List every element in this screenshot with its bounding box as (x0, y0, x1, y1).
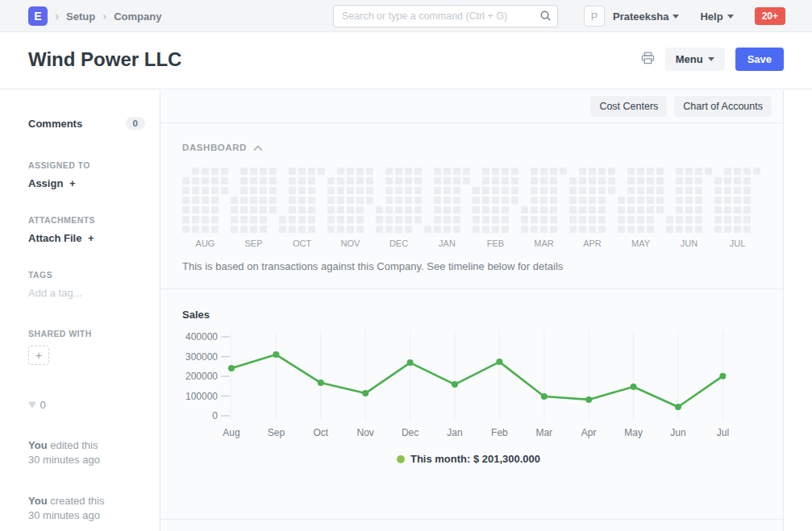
heatmap-day-cell[interactable] (443, 187, 451, 194)
heatmap-day-cell[interactable] (395, 168, 402, 175)
heatmap-day-cell[interactable] (385, 177, 393, 185)
heatmap-day-cell[interactable] (414, 206, 422, 214)
heatmap-day-cell[interactable] (279, 226, 286, 233)
heatmap-day-cell[interactable] (511, 187, 518, 194)
heatmap-day-cell[interactable] (743, 168, 751, 175)
heatmap-day-cell[interactable] (405, 197, 412, 204)
heatmap-day-cell[interactable] (734, 177, 741, 185)
heatmap-day-cell[interactable] (511, 168, 518, 175)
heatmap-day-cell[interactable] (250, 187, 257, 194)
heatmap-day-cell[interactable] (376, 216, 383, 223)
heatmap-day-cell[interactable] (337, 206, 344, 214)
heatmap-day-cell[interactable] (656, 177, 664, 185)
heatmap-day-cell[interactable] (656, 187, 664, 194)
heatmap-day-cell[interactable] (202, 168, 209, 175)
heatmap-day-cell[interactable] (656, 197, 664, 204)
heatmap-day-cell[interactable] (531, 216, 538, 223)
heatmap-day-cell[interactable] (579, 216, 586, 223)
heatmap-day-cell[interactable] (434, 206, 441, 214)
heatmap-day-cell[interactable] (569, 177, 577, 185)
heatmap-day-cell[interactable] (240, 226, 248, 233)
heatmap-day-cell[interactable] (298, 216, 306, 223)
heatmap-day-cell[interactable] (734, 197, 741, 204)
heatmap-day-cell[interactable] (289, 187, 296, 194)
heatmap-day-cell[interactable] (202, 177, 209, 185)
heatmap-day-cell[interactable] (637, 206, 644, 214)
heatmap-day-cell[interactable] (724, 197, 731, 204)
heatmap-day-cell[interactable] (395, 177, 402, 185)
heatmap-day-cell[interactable] (231, 226, 238, 233)
heatmap-day-cell[interactable] (385, 226, 393, 233)
heatmap-day-cell[interactable] (443, 168, 451, 175)
heatmap-day-cell[interactable] (434, 216, 441, 223)
heatmap-day-cell[interactable] (589, 216, 596, 223)
heatmap-day-cell[interactable] (327, 226, 335, 233)
heatmap-day-cell[interactable] (521, 216, 528, 223)
heatmap-day-cell[interactable] (453, 187, 460, 194)
heatmap-day-cell[interactable] (385, 216, 393, 223)
heatmap-day-cell[interactable] (279, 216, 286, 223)
heatmap-day-cell[interactable] (211, 216, 219, 223)
heatmap-day-cell[interactable] (569, 187, 577, 194)
heatmap-day-cell[interactable] (579, 187, 586, 194)
heatmap-day-cell[interactable] (627, 177, 635, 185)
heatmap-day-cell[interactable] (666, 226, 673, 233)
heatmap-day-cell[interactable] (192, 177, 199, 185)
heatmap-month-block[interactable] (714, 168, 760, 233)
heatmap-day-cell[interactable] (714, 216, 722, 223)
heatmap-day-cell[interactable] (366, 187, 373, 194)
heatmap-day-cell[interactable] (434, 168, 441, 175)
heatmap-day-cell[interactable] (221, 187, 228, 194)
heatmap-day-cell[interactable] (231, 216, 238, 223)
heatmap-day-cell[interactable] (443, 216, 451, 223)
heatmap-month-block[interactable] (569, 168, 615, 233)
heatmap-day-cell[interactable] (192, 187, 199, 194)
heatmap-day-cell[interactable] (637, 197, 644, 204)
heatmap-day-cell[interactable] (502, 197, 509, 204)
heatmap-day-cell[interactable] (289, 226, 296, 233)
breadcrumb-setup[interactable]: Setup (66, 10, 95, 23)
heatmap-day-cell[interactable] (589, 187, 596, 194)
heatmap-day-cell[interactable] (502, 216, 509, 223)
heatmap-day-cell[interactable] (589, 206, 596, 214)
heatmap-day-cell[interactable] (550, 197, 557, 204)
heatmap-month-block[interactable] (327, 168, 373, 233)
notification-badge[interactable]: 20+ (755, 7, 785, 25)
heatmap-day-cell[interactable] (714, 226, 722, 233)
comments-count-badge[interactable]: 0 (126, 117, 145, 130)
heatmap-day-cell[interactable] (385, 206, 393, 214)
heatmap-day-cell[interactable] (289, 177, 296, 185)
heatmap-day-cell[interactable] (453, 206, 460, 214)
heatmap-day-cell[interactable] (356, 226, 364, 233)
chart-of-accounts-button[interactable]: Chart of Accounts (674, 96, 772, 117)
heatmap-day-cell[interactable] (250, 206, 257, 214)
heatmap-day-cell[interactable] (492, 177, 499, 185)
heatmap-day-cell[interactable] (347, 187, 354, 194)
search-input[interactable] (333, 5, 558, 27)
heatmap-day-cell[interactable] (550, 216, 557, 223)
heatmap-day-cell[interactable] (734, 216, 741, 223)
add-tag-input[interactable]: Add a tag... (28, 287, 145, 299)
heatmap-day-cell[interactable] (347, 226, 354, 233)
heatmap-day-cell[interactable] (240, 177, 248, 185)
heatmap-day-cell[interactable] (453, 177, 460, 185)
data-point[interactable] (228, 365, 235, 371)
heatmap-day-cell[interactable] (714, 177, 722, 185)
heatmap-day-cell[interactable] (356, 177, 364, 185)
heatmap-day-cell[interactable] (240, 206, 248, 214)
heatmap-day-cell[interactable] (385, 168, 393, 175)
heatmap-day-cell[interactable] (656, 168, 664, 175)
heatmap-day-cell[interactable] (240, 197, 248, 204)
heatmap-day-cell[interactable] (569, 226, 577, 233)
heatmap-day-cell[interactable] (695, 168, 702, 175)
heatmap-day-cell[interactable] (240, 216, 248, 223)
heatmap-day-cell[interactable] (743, 226, 751, 233)
help-menu[interactable]: Help (700, 10, 733, 23)
heatmap-day-cell[interactable] (598, 216, 606, 223)
heatmap-day-cell[interactable] (482, 177, 489, 185)
heatmap-day-cell[interactable] (550, 168, 557, 175)
heatmap-day-cell[interactable] (647, 216, 654, 223)
heatmap-day-cell[interactable] (531, 206, 538, 214)
heatmap-day-cell[interactable] (269, 168, 277, 175)
heatmap-day-cell[interactable] (269, 197, 277, 204)
